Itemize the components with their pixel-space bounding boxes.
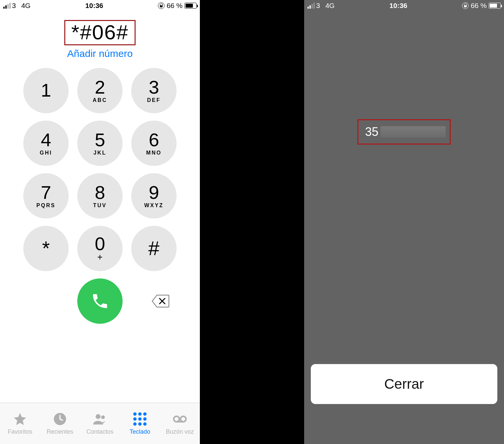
key-letters: PQRS <box>36 203 55 209</box>
keypad-dots-icon <box>133 412 147 426</box>
battery-icon <box>185 3 197 9</box>
key-digit: 2 <box>95 78 105 97</box>
voicemail-icon <box>173 412 187 426</box>
tab-label: Contactos <box>86 428 113 435</box>
status-left: 3 4G <box>3 2 31 10</box>
backspace-icon <box>152 294 170 308</box>
tab-label: Favoritos <box>8 428 32 435</box>
key-digit: 8 <box>95 183 105 202</box>
status-right: 66 % <box>158 2 197 10</box>
key-7[interactable]: 7 PQRS <box>23 173 69 219</box>
phone-dialer-screen: 3 4G 10:36 66 % *#06# Añadir número 1 2 … <box>0 0 200 444</box>
tab-favorites[interactable]: Favoritos <box>0 403 40 444</box>
key-0[interactable]: 0 + <box>77 226 123 271</box>
call-button[interactable] <box>77 278 123 324</box>
rotation-lock-icon <box>158 2 165 9</box>
call-row <box>0 278 200 324</box>
imei-redacted <box>380 126 446 138</box>
key-letters: WXYZ <box>144 203 164 209</box>
tab-bar: Favoritos Recientes Contactos Teclado Bu… <box>0 403 200 444</box>
tab-contacts[interactable]: Contactos <box>80 403 120 444</box>
tab-label: Teclado <box>130 428 150 435</box>
svg-point-3 <box>174 416 180 422</box>
tab-voicemail[interactable]: Buzón voz <box>160 403 200 444</box>
key-3[interactable]: 3 DEF <box>131 68 177 113</box>
key-9[interactable]: 9 WXYZ <box>131 173 177 219</box>
key-5[interactable]: 5 JKL <box>77 121 123 166</box>
key-digit: 3 <box>149 78 159 97</box>
key-6[interactable]: 6 MNO <box>131 121 177 166</box>
key-hash[interactable]: # <box>131 226 177 271</box>
star-icon <box>13 412 27 426</box>
key-digit: 4 <box>41 131 51 149</box>
key-1[interactable]: 1 <box>23 68 69 113</box>
key-digit: 1 <box>41 81 51 100</box>
battery-icon <box>489 3 501 9</box>
svg-point-1 <box>96 414 101 419</box>
clock-icon <box>53 412 67 426</box>
rotation-lock-icon <box>462 2 469 9</box>
imei-result-box: 35 <box>357 119 451 145</box>
network-type: 4G <box>21 2 31 10</box>
key-digit: 6 <box>149 131 159 149</box>
status-left: 3 4G <box>307 2 335 10</box>
key-digit: # <box>148 238 159 258</box>
key-letters: + <box>97 252 103 262</box>
status-right: 66 % <box>462 2 501 10</box>
dialed-number: *#06# <box>64 20 136 45</box>
backspace-button[interactable] <box>150 294 171 308</box>
key-letters: GHI <box>40 150 52 156</box>
tab-recents[interactable]: Recientes <box>40 403 80 444</box>
key-letters: DEF <box>147 97 161 103</box>
key-digit: 5 <box>95 131 105 149</box>
status-bar: 3 4G 10:36 66 % <box>0 0 200 11</box>
key-letters: ABC <box>93 97 107 103</box>
battery-percent: 66 % <box>167 2 183 10</box>
signal-bars-icon <box>3 3 11 9</box>
carrier-number: 3 <box>316 2 320 10</box>
key-2[interactable]: 2 ABC <box>77 68 123 113</box>
imei-prefix: 35 <box>365 125 378 139</box>
dial-display: *#06# Añadir número <box>0 20 200 59</box>
keypad: 1 2 ABC 3 DEF 4 GHI 5 JKL 6 MNO 7 PQRS 8 <box>0 68 200 271</box>
signal-bars-icon <box>307 3 315 9</box>
phone-icon <box>91 292 109 310</box>
status-time: 10:36 <box>31 2 158 10</box>
key-4[interactable]: 4 GHI <box>23 121 69 166</box>
tab-label: Recientes <box>47 428 73 435</box>
key-letters: MNO <box>146 150 162 156</box>
key-digit: * <box>42 238 50 258</box>
add-number-button[interactable]: Añadir número <box>0 48 200 59</box>
phone-imei-screen: 3 4G 10:36 66 % 35 Cerrar <box>304 0 504 444</box>
key-digit: 9 <box>149 183 159 202</box>
close-button-label: Cerrar <box>384 376 424 392</box>
key-letters: TUV <box>93 203 107 209</box>
carrier-number: 3 <box>12 2 16 10</box>
key-digit: 0 <box>95 234 105 253</box>
key-letters: JKL <box>93 150 106 156</box>
battery-percent: 66 % <box>471 2 487 10</box>
tab-keypad[interactable]: Teclado <box>120 403 160 444</box>
status-bar: 3 4G 10:36 66 % <box>304 0 504 11</box>
tab-label: Buzón voz <box>166 428 194 435</box>
svg-point-4 <box>181 416 186 422</box>
status-time: 10:36 <box>335 2 462 10</box>
close-button[interactable]: Cerrar <box>311 364 497 404</box>
svg-point-2 <box>101 415 105 419</box>
network-type: 4G <box>325 2 335 10</box>
key-8[interactable]: 8 TUV <box>77 173 123 219</box>
key-digit: 7 <box>41 183 51 202</box>
people-icon <box>93 412 107 426</box>
key-star[interactable]: * <box>23 226 69 271</box>
